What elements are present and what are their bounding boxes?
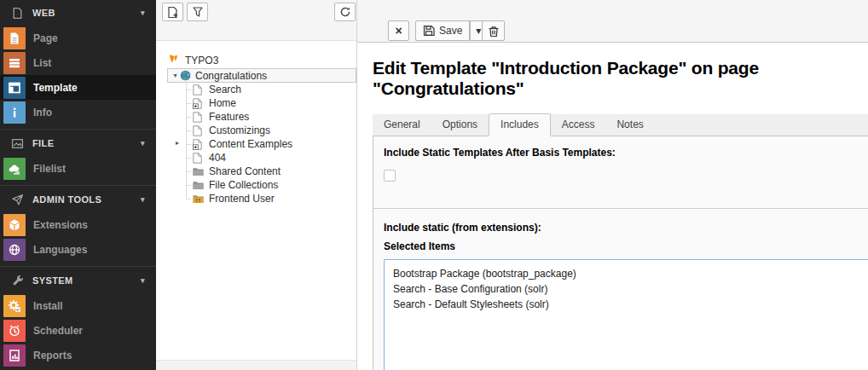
page-module-icon (3, 27, 26, 49)
rocket-icon (11, 194, 24, 206)
sidebar-item-label: Template (33, 82, 78, 94)
tree-node-shared-content[interactable]: Shared Content (186, 165, 356, 178)
sidebar-item-languages[interactable]: Languages (0, 237, 156, 262)
doc-body: Edit Template "Introduction Package" on … (357, 43, 868, 370)
user-folder-icon (193, 194, 204, 204)
tree-root-node[interactable]: TYPO3 (167, 53, 356, 67)
page-shortcut-icon (193, 139, 204, 150)
trash-icon (488, 25, 500, 38)
list-item[interactable]: Search - Base Configuration (solr) (385, 281, 868, 297)
scheduler-module-icon (3, 320, 26, 342)
page-shortcut-icon (193, 98, 204, 109)
sidebar-item-label: Filelist (33, 163, 66, 175)
page-icon (193, 125, 204, 136)
tree-node-customizings[interactable]: Customizings (186, 124, 356, 137)
expand-caret-icon[interactable]: ▸ (176, 139, 179, 147)
tab-options[interactable]: Options (431, 114, 489, 136)
sidebar-section-admin-tools: ADMIN TOOLS ▾ Extensions Languages (0, 185, 156, 262)
tab-notes[interactable]: Notes (605, 114, 654, 136)
page-tree-panel: TYPO3 ▾ Congratulations Search (156, 0, 357, 370)
tree-children: Search Home Features (186, 83, 356, 205)
tree-node-404[interactable]: 404 (186, 151, 356, 165)
selected-items-label: Selected Items (384, 240, 868, 252)
sidebar-header-file[interactable]: FILE ▾ (0, 130, 156, 156)
page-title: Edit Template "Introduction Package" on … (373, 58, 868, 99)
tree-node-home[interactable]: Home (186, 96, 356, 110)
sidebar-item-label: Reports (33, 350, 72, 361)
list-item[interactable]: Search - Default Stylesheets (solr) (385, 297, 868, 312)
sidebar-item-label: List (33, 57, 51, 69)
sidebar-section-label: FILE (32, 138, 54, 148)
sidebar-item-template[interactable]: Template (0, 75, 156, 100)
tree-node-search[interactable]: Search (186, 83, 356, 96)
save-button[interactable]: Save (415, 20, 470, 41)
sidebar-header-admin-tools[interactable]: ADMIN TOOLS ▾ (0, 187, 156, 212)
include-static-label: Include static (from extensions): (384, 222, 541, 234)
filelist-module-icon (3, 158, 26, 180)
folder-icon (193, 167, 204, 176)
static-after-basis-checkbox[interactable] (384, 170, 396, 182)
sidebar-section-label: SYSTEM (32, 275, 73, 286)
sidebar-header-web[interactable]: WEB ▾ (0, 0, 156, 26)
chevron-down-icon: ▾ (476, 25, 481, 37)
web-document-icon (11, 7, 24, 20)
delete-button[interactable] (482, 20, 505, 41)
tab-access[interactable]: Access (551, 114, 606, 136)
sidebar-item-filelist[interactable]: Filelist (0, 156, 156, 181)
filter-button[interactable] (187, 3, 208, 21)
selected-items-listbox[interactable]: Bootstrap Package (bootstrap_package) Se… (384, 259, 868, 370)
tree-node-label: Shared Content (209, 165, 281, 177)
tab-general[interactable]: General (373, 114, 431, 136)
floppy-icon (423, 25, 435, 37)
tree-node-features[interactable]: Features (186, 110, 356, 124)
checkbox-label: Include Static Templates After Basis Tem… (384, 147, 858, 159)
save-button-label: Save (439, 25, 462, 37)
tree-node-label: Search (209, 84, 241, 95)
chevron-down-icon: ▾ (141, 139, 145, 147)
sidebar-item-label: Info (33, 107, 52, 119)
template-module-icon (3, 77, 26, 99)
collapse-caret-icon[interactable]: ▾ (171, 72, 180, 79)
tree-toolbar (156, 0, 356, 41)
tree-node-content-examples[interactable]: ▸ Content Examples (186, 137, 356, 151)
sidebar-item-label: Languages (33, 244, 87, 256)
languages-module-icon (3, 239, 26, 261)
sidebar-item-extensions[interactable]: Extensions (0, 212, 156, 237)
sidebar-item-label: Scheduler (33, 325, 83, 337)
wrench-icon (11, 275, 24, 287)
list-item[interactable]: Bootstrap Package (bootstrap_package) (385, 266, 868, 281)
tab-includes[interactable]: Includes (489, 113, 551, 136)
sidebar-section-file: FILE ▾ Filelist (0, 129, 156, 181)
close-button[interactable]: × (388, 20, 409, 41)
sidebar-section-web: WEB ▾ Page List Template (0, 0, 156, 124)
tree-node-label: Content Examples (209, 138, 292, 150)
new-page-button[interactable] (162, 3, 183, 21)
includes-tab-pane: Include Static Templates After Basis Tem… (373, 136, 868, 370)
content-panel: × Save ▾ Edit Template "Introduction Pac… (357, 0, 868, 370)
sidebar-header-system[interactable]: SYSTEM ▾ (0, 268, 156, 293)
tree-horizontal-scrollbar[interactable] (156, 360, 356, 370)
page-tree: TYPO3 ▾ Congratulations Search (156, 41, 356, 205)
sidebar-section-system: SYSTEM ▾ Install Scheduler Reports (0, 266, 156, 367)
sidebar-item-reports[interactable]: Reports (0, 343, 156, 367)
sidebar-item-install[interactable]: Install (0, 293, 156, 318)
tree-node-file-collections[interactable]: File Collections (186, 178, 356, 192)
sidebar-item-page[interactable]: Page (0, 26, 156, 50)
tree-node-frontend-user[interactable]: Frontend User (186, 192, 356, 205)
page-icon (193, 112, 204, 123)
page-icon (193, 84, 204, 95)
sidebar-item-label: Extensions (33, 219, 88, 231)
include-static-section: Include static (from extensions): Select… (373, 208, 868, 370)
tree-node-label: Features (209, 111, 249, 123)
doc-header: × Save ▾ (357, 0, 868, 43)
sidebar-item-label: Install (33, 300, 63, 312)
sidebar-item-scheduler[interactable]: Scheduler (0, 318, 156, 343)
refresh-button[interactable] (334, 3, 356, 21)
sidebar-item-list[interactable]: List (0, 50, 156, 75)
folder-icon (193, 181, 204, 190)
tree-node-label: TYPO3 (185, 55, 218, 66)
sidebar-item-info[interactable]: Info (0, 100, 156, 124)
tree-node-selected[interactable]: ▾ Congratulations (167, 68, 356, 83)
page-icon (193, 153, 204, 164)
chevron-down-icon: ▾ (141, 9, 145, 17)
